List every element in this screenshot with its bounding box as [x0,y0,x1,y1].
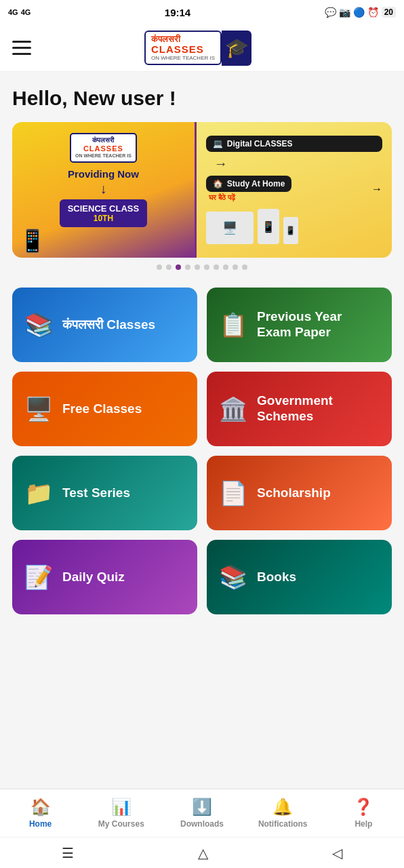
whatsapp-icon: 💬 [325,7,336,18]
bluetooth-icon: 🔵 [353,7,365,18]
hamburger-line-2 [12,47,31,49]
desktop-icon: 🖥️ [206,212,254,244]
science-grade-text: 10TH [68,214,139,223]
menu-icon-2: 🖥️ [24,395,53,422]
status-time: 19:14 [165,7,190,18]
science-class-box: SCIENCE CLASS 10TH [60,199,147,227]
status-bar: 4G 4G 19:14 💬 📷 🔵 ⏰ 20 [0,0,404,24]
content-area: Hello, New user ! कंपलसरी CLASSES ON WHE… [0,72,404,703]
digital-classes-card: 💻 Digital CLASSES [206,136,382,152]
help-nav-icon: ❓ [353,797,373,816]
menu-card-government-schemes[interactable]: 🏛️ Government Schemes [207,372,392,446]
menu-label-6: Daily Quiz [62,570,125,585]
menu-icon-5: 📄 [219,479,247,507]
menu-sys-icon[interactable]: ☰ [62,845,74,861]
menu-label-0: कंपलसरी Classes [62,317,155,333]
greeting-text: Hello, New user ! [12,87,392,110]
banner-logo: कंपलसरी CLASSES ON WHERE TEACHER IS [70,133,137,163]
dot-1[interactable] [157,264,162,270]
device-mockups: 🖥️ 📱 📱 [206,209,382,244]
alarm-icon: ⏰ [367,7,379,18]
dot-8[interactable] [223,264,228,270]
signal-4g-1: 4G [8,8,18,16]
dot-9[interactable] [233,264,238,270]
bottom-nav: 🏠 Home 📊 My Courses ⬇️ Downloads 🔔 Notif… [0,789,404,868]
home-study-icon: 🏠 [213,179,223,189]
menu-card-daily-quiz[interactable]: 📝 Daily Quiz [12,540,197,614]
logo-figure: 🎓 [222,31,251,66]
logo-subtext: ON WHERE TEACHER IS [151,55,215,61]
menu-label-5: Scholarship [257,486,331,501]
my-courses-nav-icon: 📊 [111,797,132,816]
menu-card-scholarship[interactable]: 📄 Scholarship [207,456,392,530]
down-arrow-icon: ↓ [100,181,106,197]
hindi-text: घर बैठे पढ़ें [206,193,292,202]
menu-icon-4: 📁 [24,479,53,507]
notifications-nav-icon: 🔔 [272,797,293,816]
camera-icon: 📷 [339,7,350,18]
menu-card-free-classes[interactable]: 🖥️ Free Classes [12,372,197,446]
banner-character: 📱 [19,228,46,254]
phone-icon: 📱 [283,217,298,244]
dot-7[interactable] [214,264,219,270]
hamburger-line-3 [12,53,31,55]
status-left: 4G 4G [8,8,31,16]
home-nav-label: Home [29,819,52,829]
menu-card-कंपलसरी-classes[interactable]: 📚 कंपलसरी Classes [12,288,197,362]
dot-6[interactable] [204,264,209,270]
banner-carousel[interactable]: कंपलसरी CLASSES ON WHERE TEACHER IS Prov… [12,122,392,258]
menu-icon-0: 📚 [24,311,53,338]
menu-grid: 📚 कंपलसरी Classes 📋 Previous Year Exam P… [0,281,404,621]
nav-item-help[interactable]: ❓ Help [323,797,404,829]
dot-2[interactable] [166,264,171,270]
menu-icon-6: 📝 [24,564,53,591]
home-nav-icon: 🏠 [31,797,51,816]
menu-card-previous-year-exam-paper[interactable]: 📋 Previous Year Exam Paper [207,288,392,362]
dot-4[interactable] [185,264,190,270]
banner-area: कंपलसरी CLASSES ON WHERE TEACHER IS Prov… [0,117,404,281]
battery-icon: 20 [382,7,396,18]
logo: कंपलसरी CLASSES ON WHERE TEACHER IS 🎓 [144,31,251,66]
my-courses-nav-label: My Courses [98,819,144,829]
menu-label-7: Books [257,570,296,585]
logo-box: कंपलसरी CLASSES ON WHERE TEACHER IS [144,31,222,66]
banner-left-panel: कंपलसरी CLASSES ON WHERE TEACHER IS Prov… [12,122,195,258]
menu-card-books[interactable]: 📚 Books [207,540,392,614]
digital-icon: 💻 [213,139,223,149]
greeting-section: Hello, New user ! [0,72,404,117]
notifications-nav-label: Notifications [258,819,308,829]
dot-3[interactable] [176,264,181,270]
menu-label-4: Test Series [62,486,130,501]
menu-label-3: Government Schemes [257,393,380,425]
nav-item-notifications[interactable]: 🔔 Notifications [243,797,323,829]
back-sys-icon[interactable]: ◁ [332,845,342,861]
right-arrow-1: → [214,156,382,172]
downloads-nav-label: Downloads [180,819,224,829]
menu-icon-7: 📚 [219,564,247,591]
status-right: 💬 📷 🔵 ⏰ 20 [325,7,396,18]
tablet-icon: 📱 [258,209,279,244]
menu-icon-1: 📋 [219,311,247,338]
menu-label-2: Free Classes [62,401,142,417]
dot-5[interactable] [195,264,200,270]
banner-indicators [12,264,392,270]
hamburger-menu[interactable] [12,41,31,55]
menu-icon-3: 🏛️ [219,395,247,422]
signal-4g-2: 4G [21,8,31,16]
nav-item-home[interactable]: 🏠 Home [0,797,81,829]
help-nav-label: Help [355,819,372,829]
nav-item-my-courses[interactable]: 📊 My Courses [81,797,161,829]
banner-right-panel: 💻 Digital CLASSES → 🏠 Study At Home घर ब… [195,122,392,258]
right-arrow-2: → [371,183,382,195]
providing-now-text: Providing Now [68,168,139,180]
hamburger-line-1 [12,41,31,43]
home-sys-icon[interactable]: △ [198,845,208,861]
header: कंपलसरी CLASSES ON WHERE TEACHER IS 🎓 [0,24,404,72]
science-class-text: SCIENCE CLASS [68,203,139,214]
study-home-card: 🏠 Study At Home [206,176,292,192]
nav-item-downloads[interactable]: ⬇️ Downloads [161,797,242,829]
menu-label-1: Previous Year Exam Paper [257,309,380,340]
menu-card-test-series[interactable]: 📁 Test Series [12,456,197,530]
dot-10[interactable] [242,264,247,270]
logo-text: कंपलसरी CLASSES [151,35,215,56]
